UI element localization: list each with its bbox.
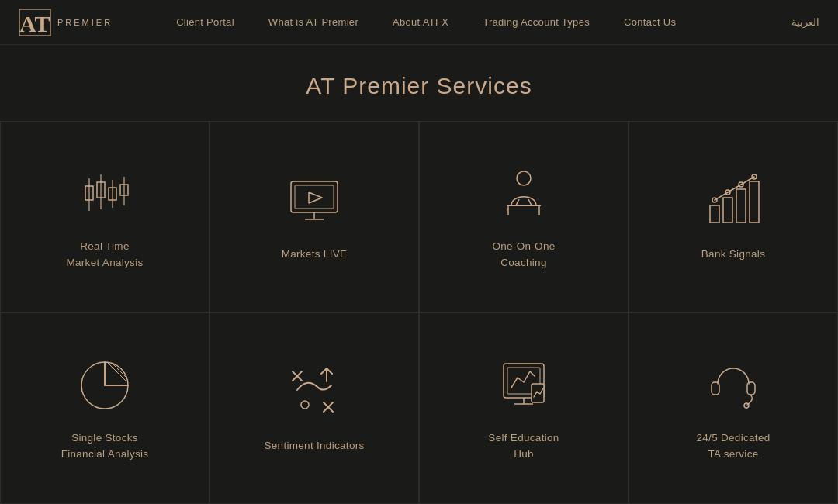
nav-arabic[interactable]: العربية: [791, 16, 819, 28]
svg-text:AT: AT: [19, 11, 50, 36]
nav-client-portal[interactable]: Client Portal: [159, 16, 251, 28]
svg-rect-44: [532, 384, 544, 402]
service-self-education-hub[interactable]: Self EducationHub: [419, 312, 628, 504]
pie-chart-icon: [74, 354, 136, 416]
svg-rect-21: [710, 205, 719, 223]
service-markets-live[interactable]: Markets LIVE: [210, 121, 419, 312]
service-single-stocks-financial-analysis[interactable]: Single StocksFinancial Analysis: [0, 312, 210, 504]
nav-about-atfx[interactable]: About ATFX: [376, 16, 466, 28]
service-label: Markets LIVE: [282, 247, 348, 262]
service-label: 24/5 DedicatedTA service: [696, 430, 770, 462]
page-title: AT Premier Services: [306, 45, 532, 121]
tablet-chart-icon: [493, 354, 555, 416]
service-label: Bank Signals: [701, 247, 765, 262]
svg-point-41: [301, 401, 309, 409]
svg-marker-12: [309, 192, 322, 203]
service-bank-signals[interactable]: Bank Signals: [628, 121, 838, 312]
svg-line-30: [111, 362, 128, 379]
service-label: Sentiment Indicators: [264, 438, 364, 454]
nav-trading-account-types[interactable]: Trading Account Types: [466, 16, 607, 28]
service-247-dedicated-ta-service[interactable]: 24/5 DedicatedTA service: [628, 312, 838, 504]
svg-rect-23: [736, 189, 746, 223]
svg-rect-24: [750, 181, 759, 223]
svg-line-19: [516, 199, 519, 205]
service-label: Real TimeMarket Analysis: [66, 239, 143, 271]
nav-what-is-at-premier[interactable]: What is AT Premier: [251, 16, 376, 28]
svg-rect-10: [291, 181, 338, 212]
headset-icon: [702, 354, 764, 416]
service-label: One-On-OneCoaching: [492, 239, 555, 271]
monitor-play-icon: [283, 171, 345, 233]
service-one-on-one-coaching[interactable]: One-On-OneCoaching: [419, 121, 628, 312]
svg-rect-11: [295, 185, 334, 209]
logo[interactable]: AT PREMIER: [19, 9, 113, 36]
service-label: Self EducationHub: [488, 430, 559, 462]
logo-text: PREMIER: [57, 18, 113, 27]
svg-line-20: [528, 199, 532, 205]
services-grid: Real TimeMarket Analysis Markets LIVE: [0, 121, 838, 504]
bar-chart-up-icon: [702, 171, 764, 233]
candlestick-icon: [74, 163, 136, 225]
svg-point-49: [744, 403, 749, 408]
person-desk-icon: [493, 163, 555, 225]
nav-links: Client Portal What is AT Premier About A…: [159, 16, 791, 28]
nav-contact-us[interactable]: Contact Us: [607, 16, 693, 28]
service-real-time-market-analysis[interactable]: Real TimeMarket Analysis: [0, 121, 210, 312]
svg-rect-22: [723, 198, 732, 223]
navbar: AT PREMIER Client Portal What is AT Prem…: [0, 0, 838, 45]
service-label: Single StocksFinancial Analysis: [61, 430, 149, 462]
svg-point-15: [517, 171, 531, 185]
service-sentiment-indicators[interactable]: Sentiment Indicators: [210, 312, 419, 504]
logo-at-icon: AT: [19, 9, 51, 36]
sentiment-arrows-icon: [283, 362, 345, 424]
main-content: AT Premier Services Real TimeMarket Anal…: [0, 45, 838, 504]
